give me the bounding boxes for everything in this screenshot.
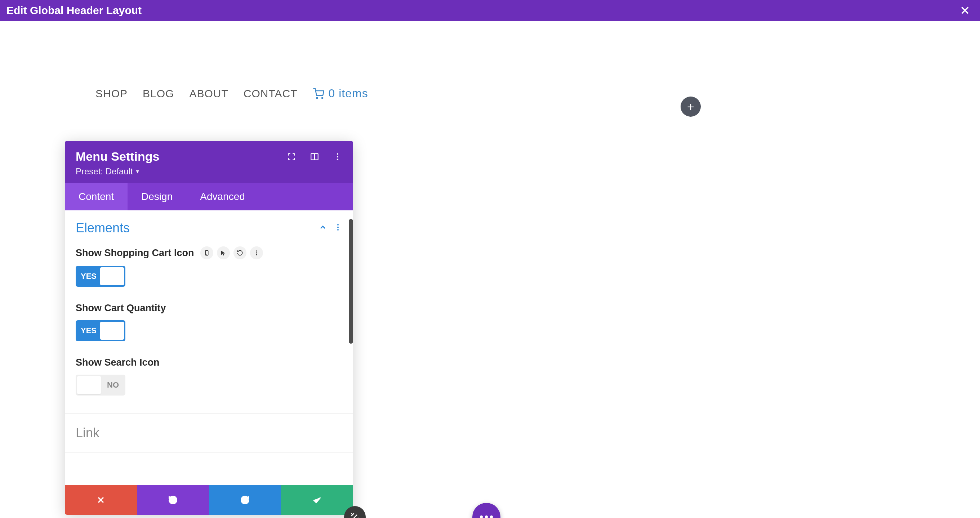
option-label: Show Cart Quantity [76, 303, 166, 314]
svg-point-14 [256, 254, 257, 256]
option-show-cart-qty: Show Cart Quantity YES [76, 303, 342, 341]
preset-dropdown[interactable]: Preset: Default ▼ [76, 167, 342, 176]
preset-label: Preset: Default [76, 167, 133, 176]
svg-point-6 [337, 159, 338, 160]
more-icon[interactable] [333, 152, 342, 161]
cart-quantity-label: 0 items [329, 87, 368, 100]
svg-point-1 [322, 97, 323, 99]
responsive-icon[interactable] [200, 246, 213, 259]
top-bar: Edit Global Header Layout ✕ [0, 0, 980, 21]
cancel-button[interactable] [65, 485, 137, 515]
nav-cart[interactable]: 0 items [313, 87, 368, 100]
nav-item-shop[interactable]: SHOP [95, 87, 127, 100]
section-elements-title[interactable]: Elements [76, 221, 130, 235]
caret-down-icon: ▼ [135, 168, 140, 174]
add-module-button[interactable]: + [681, 97, 701, 117]
expand-icon[interactable] [287, 152, 296, 161]
panel-title: Menu Settings [76, 149, 159, 164]
svg-point-8 [337, 227, 339, 228]
builder-fab[interactable] [473, 503, 500, 518]
svg-point-13 [256, 253, 257, 254]
option-label: Show Search Icon [76, 357, 160, 368]
section-more-icon[interactable] [334, 223, 342, 233]
panel-body[interactable]: Elements Show Shopping Cart Icon [65, 210, 353, 485]
nav-item-about[interactable]: ABOUT [189, 87, 228, 100]
toggle-value: YES [81, 272, 97, 281]
settings-panel: Menu Settings Preset: Default ▼ [65, 141, 353, 515]
svg-point-5 [337, 156, 338, 157]
nav-item-blog[interactable]: BLOG [143, 87, 174, 100]
option-label: Show Shopping Cart Icon [76, 248, 194, 259]
svg-point-0 [317, 97, 317, 99]
tab-design[interactable]: Design [127, 183, 186, 210]
toggle-show-cart-icon[interactable]: YES [76, 266, 126, 287]
nav-item-contact[interactable]: CONTACT [243, 87, 298, 100]
chevron-up-icon[interactable] [318, 223, 327, 233]
panel-tabs: Content Design Advanced [65, 183, 353, 210]
reset-icon[interactable] [234, 246, 247, 259]
cart-icon [313, 88, 324, 99]
close-icon[interactable]: ✕ [960, 3, 970, 17]
columns-icon[interactable] [310, 152, 319, 161]
header-nav: SHOP BLOG ABOUT CONTACT 0 items [95, 87, 368, 100]
toggle-knob [100, 267, 124, 285]
undo-button[interactable] [137, 485, 209, 515]
toggle-value: NO [107, 380, 119, 390]
section-link: Link [65, 414, 353, 453]
option-show-search: Show Search Icon NO [76, 357, 342, 396]
preview-canvas: SHOP BLOG ABOUT CONTACT 0 items + Menu S… [0, 21, 980, 518]
tab-advanced[interactable]: Advanced [186, 183, 259, 210]
panel-header: Menu Settings Preset: Default ▼ [65, 141, 353, 183]
panel-footer [65, 485, 353, 515]
svg-point-9 [337, 229, 339, 230]
toggle-show-search[interactable]: NO [76, 375, 126, 396]
toggle-knob [100, 322, 124, 340]
tab-content[interactable]: Content [65, 183, 127, 210]
top-bar-title: Edit Global Header Layout [6, 4, 142, 17]
section-elements: Elements Show Shopping Cart Icon [65, 210, 353, 414]
scrollbar[interactable] [349, 219, 353, 344]
toggle-show-cart-qty[interactable]: YES [76, 320, 126, 341]
svg-point-12 [256, 250, 257, 251]
svg-point-7 [337, 224, 339, 226]
option-show-cart-icon: Show Shopping Cart Icon [76, 246, 342, 287]
toggle-knob [77, 376, 101, 394]
svg-point-4 [337, 153, 338, 154]
save-button[interactable] [281, 485, 353, 515]
dots-icon [480, 515, 493, 518]
redo-button[interactable] [209, 485, 281, 515]
toggle-value: YES [81, 326, 97, 335]
option-more-icon[interactable] [250, 246, 263, 259]
section-link-title[interactable]: Link [76, 426, 99, 440]
hover-icon[interactable] [217, 246, 230, 259]
